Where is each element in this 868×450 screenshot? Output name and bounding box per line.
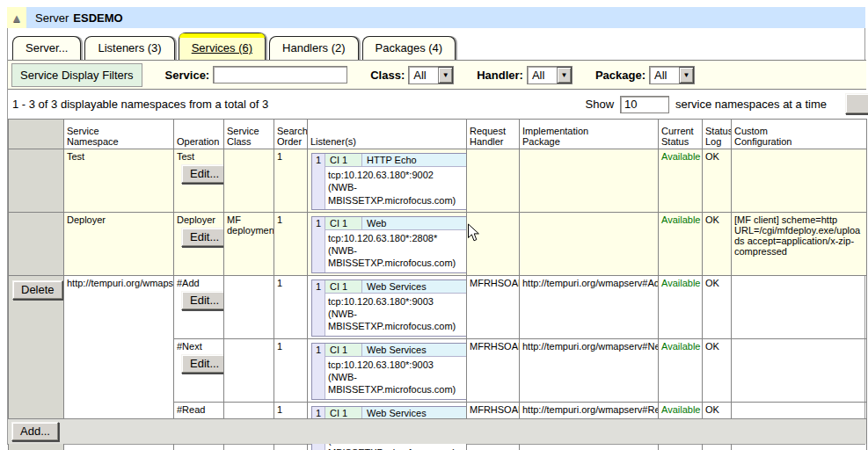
status-log-cell: OK	[703, 149, 732, 213]
header-row: Service Namespace Operation Service Clas…	[9, 120, 867, 149]
column-header-custom-configuration: Custom Configuration	[732, 120, 867, 149]
show-count-suffix: service namespaces at a time	[675, 98, 827, 111]
status-log-cell: OK	[703, 275, 732, 338]
actions-cell	[9, 149, 64, 213]
implementation-package-cell	[520, 212, 659, 275]
search-order-cell: 1	[274, 338, 308, 402]
class-filter-label: Class:	[370, 69, 405, 82]
listener-name: HTTP Echo	[362, 154, 467, 166]
listener-name: Web Services	[362, 280, 467, 293]
handler-filter-select[interactable]: All ▼	[527, 66, 573, 84]
status-cell: Available	[659, 212, 703, 275]
column-header-current-status: Current Status	[659, 120, 703, 149]
listeners-cell: 1 CI 1 HTTP Echo tcp:10.120.63.180*:9002…	[308, 149, 467, 213]
operation-cell: #Next Edit...	[174, 338, 224, 402]
tab-packages[interactable]: Packages (4)	[362, 36, 456, 60]
column-header-operation: Operation	[174, 120, 224, 149]
table-row: Test Test Edit... 1 1 CI 1 HTTP Echo	[9, 149, 867, 213]
column-header-actions	[9, 120, 64, 149]
tab-server[interactable]: Server...	[12, 36, 81, 60]
service-class-cell	[224, 275, 274, 338]
implementation-package-cell: http://tempuri.org/wmapserv#Add	[520, 275, 659, 338]
operation-cell: Test Edit...	[174, 149, 224, 213]
listeners-cell: 1 CI 1 Web tcp:10.120.63.180*:2808* (NWB…	[308, 212, 467, 275]
table-row: Deployer Deployer Edit... MF deployment …	[9, 212, 867, 275]
listeners-cell: 1 CI 1 Web Services tcp:10.120.63.180*:9…	[308, 275, 467, 338]
show-count-input[interactable]	[620, 96, 669, 113]
table-row: Delete http://tempuri.org/wmapserv #Add …	[9, 275, 867, 338]
listener-box: 1 CI 1 Web tcp:10.120.63.180*:2808* (NWB…	[311, 216, 467, 273]
service-class-cell	[224, 149, 274, 213]
namespace-cell: Test	[64, 149, 174, 213]
tab-handlers[interactable]: Handlers (2)	[269, 36, 359, 60]
edit-button[interactable]: Edit...	[181, 354, 224, 374]
package-filter-label: Package:	[595, 69, 646, 82]
listener-address: tcp:10.120.63.180*:9002 (NWB-MBISSETXP.m…	[325, 167, 467, 209]
column-header-request-handler: Request Handler	[467, 120, 520, 149]
results-summary: 1 - 3 of 3 displayable namespaces from a…	[12, 98, 268, 111]
listeners-cell: 1 CI 1 Web Services tcp:10.120.63.180*:9…	[308, 338, 467, 402]
services-table: Service Namespace Operation Service Clas…	[8, 119, 867, 450]
search-order-cell: 1	[274, 212, 308, 275]
listener-address: tcp:10.120.63.180*:9003 (NWB-MBISSETXP.m…	[325, 294, 467, 336]
search-order-cell: 1	[274, 149, 308, 213]
column-header-service-class: Service Class	[224, 120, 274, 149]
column-header-namespace: Service Namespace	[64, 120, 174, 149]
triangle-up-icon: ▲	[11, 12, 23, 24]
request-handler-cell: MFRHSOAP	[467, 338, 520, 402]
filter-bar: Service Display Filters Service: Class: …	[8, 60, 866, 90]
delete-button[interactable]: Delete	[12, 280, 63, 300]
server-title-prefix: Server	[35, 11, 69, 25]
custom-config-cell: [MF client] scheme=http URL=/cgi/mfdeplo…	[732, 212, 867, 275]
operation-label: #Read	[177, 404, 221, 415]
server-panel: Server... Listeners (3) Services (6) Han…	[7, 28, 865, 445]
column-header-status-log: Status Log	[703, 120, 732, 149]
listener-number: 1	[312, 344, 325, 399]
status-log-cell: OK	[703, 338, 732, 402]
edit-button[interactable]: Edit...	[181, 164, 224, 184]
service-class-cell	[224, 338, 274, 402]
actions-cell	[9, 212, 64, 275]
request-handler-cell	[467, 212, 520, 275]
listener-name: Web Services	[362, 407, 467, 419]
status-cell: Available	[659, 149, 703, 213]
filter-legend: Service Display Filters	[11, 63, 142, 87]
operation-cell: #Add Edit...	[174, 275, 224, 338]
show-apply-button[interactable]	[845, 93, 868, 114]
listener-number: 1	[312, 154, 325, 209]
service-filter-label: Service:	[165, 69, 210, 82]
chevron-down-icon: ▼	[557, 67, 572, 83]
tab-listeners[interactable]: Listeners (3)	[84, 36, 174, 60]
add-button[interactable]: Add...	[11, 422, 59, 441]
edit-button[interactable]: Edit...	[181, 291, 224, 310]
listener-address: tcp:10.120.63.180*:9003 (NWB-MBISSETXP.m…	[325, 357, 467, 399]
listener-number: 1	[312, 217, 325, 272]
listener-name: Web Services	[362, 344, 467, 356]
tab-strip: Server... Listeners (3) Services (6) Han…	[12, 34, 456, 60]
class-filter-select[interactable]: All ▼	[408, 66, 454, 84]
listener-number: 1	[312, 280, 325, 336]
request-handler-cell: MFRHSOAP	[467, 275, 520, 338]
listener-box: 1 CI 1 HTTP Echo tcp:10.120.63.180*:9002…	[311, 153, 467, 210]
server-name: ESDEMO	[73, 11, 122, 25]
column-header-search-order: Search Order	[274, 120, 308, 149]
operation-label: Test	[177, 151, 221, 162]
listener-conversation: CI 1	[325, 154, 362, 166]
status-cell: Available	[659, 275, 703, 338]
listener-box: 1 CI 1 Web Services tcp:10.120.63.180*:9…	[311, 279, 467, 337]
custom-config-cell	[732, 275, 867, 338]
status-cell: Available	[659, 338, 703, 402]
edit-button[interactable]: Edit...	[181, 228, 224, 247]
implementation-package-cell: http://tempuri.org/wmapserv#Next	[520, 338, 659, 402]
column-header-implementation-package: Implementation Package	[520, 120, 659, 149]
show-count-label: Show	[586, 98, 615, 111]
server-collapse-button[interactable]: ▲	[7, 7, 26, 28]
tab-services[interactable]: Services (6)	[179, 33, 266, 60]
implementation-package-cell	[520, 149, 659, 213]
custom-config-cell	[732, 338, 867, 402]
operation-cell: Deployer Edit...	[174, 212, 224, 275]
package-filter-select[interactable]: All ▼	[649, 66, 695, 84]
pagination-band: 1 - 3 of 3 displayable namespaces from a…	[8, 90, 866, 119]
service-filter-input[interactable]	[213, 66, 347, 83]
operation-label: Deployer	[177, 214, 221, 225]
